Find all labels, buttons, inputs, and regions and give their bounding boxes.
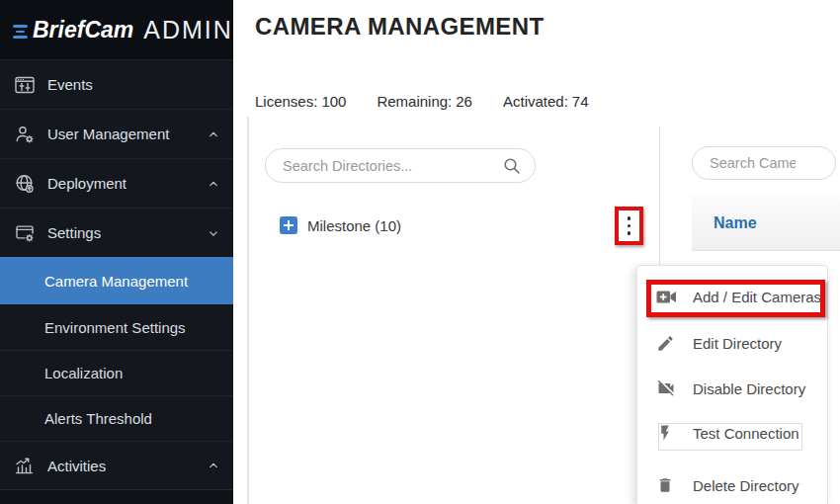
sidebar-item-settings[interactable]: Settings: [0, 208, 233, 257]
pencil-icon: [656, 334, 678, 353]
sidebar-item-camera-management[interactable]: Camera Management: [0, 257, 233, 304]
user-management-icon: [14, 124, 38, 145]
chevron-up-icon: [204, 128, 219, 140]
menu-item-add-edit-cameras[interactable]: Add / Edit Cameras: [637, 279, 827, 314]
admin-window: BriefCam ADMIN Events: [0, 0, 840, 504]
trash-icon: [656, 476, 678, 494]
chevron-down-icon: [204, 227, 219, 239]
sidebar-item-label: Localization: [44, 365, 123, 381]
directory-context-menu: Add / Edit Cameras Edit Directory Disabl…: [636, 265, 828, 504]
brand-name: BriefCam: [33, 17, 133, 43]
sidebar-item-alerts-threshold[interactable]: Alerts Threshold: [0, 395, 233, 441]
menu-item-test-connection[interactable]: Test Connection: [637, 415, 827, 451]
search-directories-box: [265, 148, 536, 183]
activities-icon: [14, 455, 38, 476]
app-logo: BriefCam ADMIN: [0, 0, 233, 59]
menu-item-disable-directory[interactable]: Disable Directory: [637, 371, 827, 406]
chevron-up-icon: [204, 460, 219, 471]
page-title: CAMERA MANAGEMENT: [255, 13, 545, 41]
menu-item-label: Delete Directory: [693, 477, 799, 494]
expand-directory-plus-icon[interactable]: [280, 216, 297, 234]
search-cameras-box: [692, 146, 836, 180]
sidebar-item-label: Events: [47, 76, 204, 93]
sidebar-item-deployment[interactable]: Deployment: [0, 158, 233, 208]
sidebar-item-events[interactable]: Events: [0, 59, 233, 109]
sidebar-item-label: Camera Management: [44, 273, 188, 290]
menu-item-label: Edit Directory: [693, 335, 782, 352]
sidebar-item-label: Alerts Threshold: [44, 410, 152, 427]
column-header-name[interactable]: Name: [714, 195, 757, 251]
lightning-icon: [656, 424, 678, 442]
menu-item-edit-directory[interactable]: Edit Directory: [637, 325, 827, 361]
menu-item-label: Add / Edit Cameras: [693, 289, 821, 305]
license-bar: Licenses:100 Remaining:26 Activated:74: [255, 93, 593, 110]
sidebar-item-label: Deployment: [47, 175, 204, 192]
directory-name: Milestone (10): [307, 217, 401, 234]
menu-item-label: Test Connection: [693, 425, 799, 442]
add-edit-cameras-icon: [656, 289, 678, 305]
sidebar-item-label: Settings: [47, 224, 204, 241]
menu-item-delete-directory[interactable]: Delete Directory: [637, 467, 827, 503]
sidebar-next-item-partial: [0, 489, 233, 504]
sidebar-item-activities[interactable]: Activities: [0, 441, 233, 489]
settings-icon: [14, 222, 38, 244]
sidebar-item-environment-settings[interactable]: Environment Settings: [0, 304, 233, 350]
directory-kebab-menu-icon[interactable]: [615, 207, 643, 245]
search-directories-input[interactable]: [266, 149, 535, 182]
events-icon: [14, 74, 38, 96]
sidebar-item-label: Activities: [47, 458, 204, 474]
licenses-total: Licenses:100: [255, 93, 350, 110]
sidebar: BriefCam ADMIN Events: [0, 0, 233, 504]
deployment-icon: [14, 173, 38, 195]
sidebar-item-label: Environment Settings: [44, 319, 186, 336]
search-icon: [503, 157, 521, 179]
camera-off-icon: [656, 378, 678, 398]
sidebar-item-localization[interactable]: Localization: [0, 350, 233, 395]
sidebar-item-user-management[interactable]: User Management: [0, 109, 233, 158]
licenses-activated: Activated:74: [503, 93, 593, 110]
licenses-remaining: Remaining:26: [377, 93, 476, 110]
briefcam-speedlines-icon: [13, 25, 28, 39]
search-cameras-input[interactable]: [693, 147, 835, 179]
sidebar-item-label: User Management: [47, 126, 204, 142]
menu-item-label: Disable Directory: [693, 380, 805, 397]
chevron-up-icon: [204, 178, 219, 190]
directories-panel-border: [247, 117, 249, 504]
cameras-table-header: Name: [692, 195, 840, 251]
brand-suffix: ADMIN: [143, 16, 233, 44]
